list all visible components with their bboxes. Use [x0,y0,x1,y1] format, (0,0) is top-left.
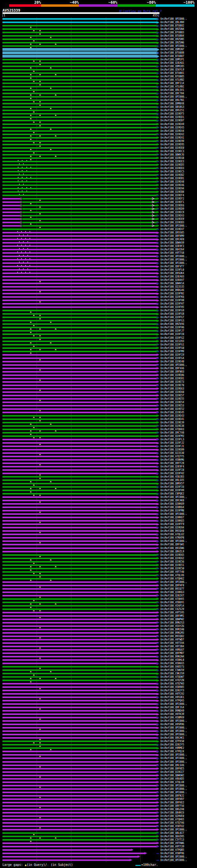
hit-label[interactable]: UniRef100_A5B691 [160,601,184,604]
hit-row[interactable]: UniRef100_Q9SI51 [0,109,197,112]
hit-label[interactable]: UniRef100_Q19FH5 [160,306,184,309]
hit-row[interactable]: UniRef100_Q19EB1 [0,177,197,180]
hit-label[interactable]: UniRef100_A9TWD7 [160,638,184,641]
hit-label[interactable]: UniRef100_UPI000.. [160,856,187,858]
hit-row[interactable]: UniRef100_UPI000.. [0,44,197,48]
hit-row[interactable]: UniRef100_Q9FGW1 [0,543,197,546]
hit-row[interactable]: UniRef100_O04264 [0,248,197,251]
hit-row[interactable]: UniRef100_A9THW6 [0,841,197,845]
hit-row[interactable]: UniRef100_A7QH62 [0,577,197,581]
hit-row[interactable]: UniRef100_Q38K63 [0,591,197,594]
hit-row[interactable]: UniRef100_Q19E65 [0,553,197,557]
hit-label[interactable]: UniRef100_B9NDA9 [160,709,184,712]
hit-row[interactable]: UniRef100_Q19E60 [0,391,197,394]
hit-row[interactable]: UniRef100_Q9FVT7 [0,265,197,268]
hit-row[interactable]: UniRef100_Q9FFS6 [0,804,197,808]
hit-row[interactable]: UniRef100_UPI000.. [0,791,197,794]
hit-row[interactable]: UniRef100_Q38JX7 [0,594,197,597]
hit-label[interactable]: UniRef100_A7NXP8 [160,536,184,539]
hit-label[interactable]: UniRef100_Q19E70 [160,384,184,387]
hit-label[interactable]: UniRef100_Q19EC3 [160,150,184,153]
hit-label[interactable]: UniRef100_Q19E45 [160,411,184,414]
hit-label[interactable]: UniRef100_Q19FG1 [160,343,184,346]
hit-row[interactable]: UniRef100_Q19E89 [0,448,197,452]
hit-label[interactable]: UniRef100_Q19EA2 [160,133,184,136]
hit-label[interactable]: UniRef100_Q7FKS0 [160,740,184,743]
hit-label[interactable]: UniRef100_Q0WVU9 [160,241,184,244]
hit-row[interactable]: UniRef100_A7QLV6 [0,574,197,577]
hit-label[interactable]: UniRef100_B9IQ77 [160,588,184,590]
hit-label[interactable]: UniRef100_Q9LSX5 [160,479,184,482]
hit-row[interactable]: UniRef100_A9T739 [0,845,197,848]
hit-row[interactable]: UniRef100_UPI000.. [0,733,197,736]
hit-row[interactable]: UniRef100_Q9FN83 [0,370,197,373]
hit-row[interactable]: UniRef100_Q3E9F3 [0,245,197,248]
hit-label[interactable]: UniRef100_C5YT13 [160,838,184,841]
hit-row[interactable]: UniRef100_B9IQX0 [0,529,197,533]
hit-row[interactable]: UniRef100_Q9LFN1 [0,98,197,102]
hit-row[interactable]: UniRef100_B9N1M3 [0,631,197,634]
hit-label[interactable]: UniRef100_Q9FXA6 [160,367,184,370]
hit-row[interactable]: UniRef100_Q19FM8 [0,509,197,513]
hit-row[interactable]: UniRef100_Q9LSX5 [0,478,197,482]
hit-row[interactable]: UniRef100_Q19E63 [0,387,197,391]
hit-row[interactable]: UniRef100_A9T3B4 [0,645,197,648]
hit-row[interactable]: UniRef100_Q19EB2 [0,173,197,177]
hit-row[interactable]: UniRef100_Q9SS05 [0,231,197,234]
hit-row[interactable]: UniRef100_UPI000.. [0,760,197,764]
hit-row[interactable]: UniRef100_UPI000.. [0,581,197,584]
hit-label[interactable]: UniRef100_Q19EC9 [160,211,184,214]
hit-row[interactable]: UniRef100_Q38K69 [0,502,197,505]
hit-label[interactable]: UniRef100_Q9LFN1 [160,99,184,102]
hit-label[interactable]: UniRef100_A5BMX9 [160,716,184,719]
hit-row[interactable]: UniRef100_Q19FH9 [0,489,197,492]
hit-row[interactable]: UniRef100_Q19E99 [0,140,197,143]
hit-label[interactable]: UniRef100_UPI000.. [160,784,187,787]
hit-label[interactable]: UniRef100_A5BHL0 [160,659,184,661]
hit-label[interactable]: UniRef100_A7Q7V6 [160,822,184,824]
hit-row[interactable]: UniRef100_A5B905 [0,685,197,689]
hit-label[interactable]: UniRef100_O23535 [160,285,184,288]
hit-row[interactable]: UniRef100_A9TK39 [0,713,197,716]
hit-label[interactable]: UniRef100_Q19ED5 [160,163,184,166]
hit-row[interactable]: UniRef100_B7U884 [0,34,197,37]
hit-row[interactable]: UniRef100_Q84KC6 [0,811,197,814]
hit-row[interactable]: UniRef100_Q19EA1 [0,136,197,140]
hit-row[interactable]: UniRef100_Q19FG0 [0,346,197,350]
hit-row[interactable]: UniRef100_Q9FXA6 [0,367,197,370]
hit-row[interactable]: UniRef100_Q19EC5 [0,170,197,173]
hit-label[interactable]: UniRef100_Q19EE0 [160,147,184,149]
hit-row[interactable]: UniRef100_Q9M1N7 [0,48,197,51]
hit-label[interactable]: UniRef100_O48573 [160,665,184,668]
hit-label[interactable]: UniRef100_UPI000.. [160,828,187,831]
hit-row[interactable]: UniRef100_B9DG46 [0,288,197,292]
hit-label[interactable]: UniRef100_UPI000.. [160,364,187,366]
hit-row[interactable]: UniRef100_UPI000.. [0,726,197,730]
hit-label[interactable]: UniRef100_A7Q7Z0 [160,679,184,682]
hit-label[interactable]: UniRef100_Q19FH2 [160,472,184,475]
hit-label[interactable]: UniRef100_Q19EA1 [160,136,184,139]
hit-row[interactable]: UniRef100_Q19EF4 [0,194,197,197]
hit-label[interactable]: UniRef100_B7U884 [160,34,184,37]
hit-label[interactable]: UniRef100_Q19EF1 [160,201,184,204]
hit-row[interactable]: UniRef100_B9N1N4 [0,655,197,658]
hit-label[interactable]: UniRef100_Q19EE3 [160,160,184,163]
hit-label[interactable]: UniRef100_A9T740 [160,570,184,573]
hit-label[interactable]: UniRef100_B9RIH0 [160,628,184,631]
hit-row[interactable]: UniRef100_UPI000.. [0,859,197,862]
hit-label[interactable]: UniRef100_UPI000.. [160,262,187,265]
hit-label[interactable]: UniRef100_Q9FN83 [160,370,184,373]
hit-label[interactable]: UniRef100_Q19FM8 [160,509,184,512]
hit-label[interactable]: UniRef100_Q19ED3 [160,167,184,170]
hit-label[interactable]: UniRef100_UPI000.. [160,581,187,584]
hit-row[interactable]: UniRef100_C0KJS9 [0,672,197,675]
hit-label[interactable]: UniRef100_Q8S8G3 [160,105,184,108]
hit-row[interactable]: UniRef100_A9T595 [0,611,197,614]
hit-row[interactable]: UniRef100_Q19FG1 [0,343,197,346]
hit-label[interactable]: UniRef100_UPI000.. [160,787,187,790]
hit-label[interactable]: UniRef100_Q19FH8 [160,299,184,302]
hit-row[interactable]: UniRef100_Q9ZSN5 [0,37,197,41]
hit-row[interactable]: UniRef100_Q9ZSN6 [0,41,197,44]
hit-row[interactable]: UniRef100_A9U4D5 [0,777,197,780]
hit-row[interactable]: UniRef100_Q19FI6 [0,485,197,489]
